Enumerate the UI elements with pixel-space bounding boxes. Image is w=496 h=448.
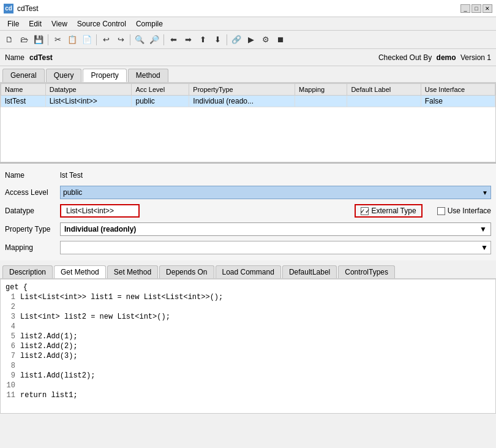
tb-search[interactable]: 🔎	[148, 33, 161, 47]
col-datatype: Datatype	[45, 84, 132, 96]
col-name: Name	[1, 84, 46, 96]
datatype-box[interactable]: List<List<int>>	[60, 204, 140, 218]
menu-compile[interactable]: Compile	[131, 18, 168, 29]
main-tabs: General Query Property Method	[0, 66, 496, 83]
col-default-label: Default Label	[347, 84, 421, 96]
tab-depends-on[interactable]: Depends On	[159, 265, 214, 278]
tb-open[interactable]: 🗁	[17, 33, 31, 47]
line-content-4	[20, 322, 493, 332]
name-value: cdTest	[29, 53, 374, 62]
tb-undo[interactable]: ↩	[99, 33, 113, 47]
property-type-arrow-icon: ▼	[479, 225, 487, 233]
tb-stop[interactable]: ⏹	[274, 33, 287, 47]
name-label: Name	[5, 53, 24, 62]
line-content-10	[20, 381, 493, 391]
tab-general[interactable]: General	[2, 69, 45, 82]
tb-left[interactable]: ⬅	[167, 33, 180, 47]
detail-property-type-row: Property Type Individual (readonly) ▼	[0, 220, 496, 238]
line-num-7: 7	[3, 352, 20, 362]
version-label: Version 1	[460, 53, 491, 62]
detail-datatype-row: Datatype List<List<int>> ✓ External Type…	[0, 202, 496, 220]
tab-load-command[interactable]: Load Command	[216, 265, 281, 278]
detail-mapping-label: Mapping	[5, 243, 60, 252]
tb-sep-1	[48, 34, 48, 45]
col-mapping: Mapping	[295, 84, 347, 96]
code-line-3: 3 List<int> list2 = new List<int>();	[3, 313, 493, 322]
detail-name-label: Name	[5, 171, 60, 180]
tab-get-method[interactable]: Get Method	[54, 265, 106, 278]
tab-description[interactable]: Description	[2, 265, 53, 278]
external-type-label: External Type	[371, 207, 416, 215]
tb-settings[interactable]: ⚙	[259, 33, 272, 47]
tb-cut[interactable]: ✂	[51, 33, 64, 47]
line-content-9: list1.Add(list2);	[20, 371, 493, 381]
code-line-8: 8	[3, 362, 493, 371]
detail-access-level-row: Access Level public ▼	[0, 183, 496, 202]
mapping-field[interactable]: ▼	[60, 241, 491, 254]
tab-query[interactable]: Query	[46, 69, 82, 82]
detail-datatype-label: Datatype	[5, 207, 60, 215]
menu-file[interactable]: File	[2, 18, 24, 29]
tb-save[interactable]: 💾	[32, 33, 45, 47]
access-level-field[interactable]: public ▼	[60, 186, 491, 199]
tb-copy[interactable]: 📋	[66, 33, 79, 47]
minimize-button[interactable]: _	[460, 4, 470, 13]
code-line-11: 11 return list1;	[3, 391, 493, 401]
tab-default-label[interactable]: DefaultLabel	[282, 265, 337, 278]
app-icon: cd	[4, 4, 13, 13]
property-table: Name Datatype Acc Level PropertyType Map…	[1, 83, 495, 107]
line-content-3: List<int> list2 = new List<int>();	[20, 313, 493, 322]
cell-default-label	[347, 96, 421, 107]
tb-find[interactable]: 🔍	[133, 33, 146, 47]
menu-edit[interactable]: Edit	[24, 18, 47, 29]
maximize-button[interactable]: □	[472, 4, 481, 13]
detail-property-type-label: Property Type	[5, 225, 60, 233]
close-button[interactable]: ✕	[483, 4, 492, 13]
use-interface-checkbox[interactable]	[437, 207, 445, 215]
access-level-dropdown[interactable]: public ▼	[60, 186, 491, 199]
line-num-3: 3	[3, 313, 20, 322]
mapping-dropdown[interactable]: ▼	[60, 241, 491, 254]
tb-link[interactable]: 🔗	[230, 33, 243, 47]
tab-method[interactable]: Method	[128, 69, 168, 82]
tb-down[interactable]: ⬇	[211, 33, 224, 47]
detail-name-value: lst Test	[60, 171, 491, 180]
detail-name-row: Name lst Test	[0, 167, 496, 183]
cell-property-type: Individual (reado...	[189, 96, 295, 107]
property-type-dropdown[interactable]: Individual (readonly) ▼	[60, 222, 491, 236]
tb-redo[interactable]: ↪	[114, 33, 127, 47]
property-type-value: Individual (readonly)	[64, 225, 136, 233]
line-content-2	[20, 303, 493, 313]
tb-sep-2	[96, 34, 97, 45]
cell-mapping	[295, 96, 347, 107]
property-type-field[interactable]: Individual (readonly) ▼	[60, 222, 491, 236]
menu-source-control[interactable]: Source Control	[72, 18, 131, 29]
col-property-type: PropertyType	[189, 84, 295, 96]
property-table-area: Name Datatype Acc Level PropertyType Map…	[0, 83, 496, 162]
tab-control-types[interactable]: ControlTypes	[338, 265, 395, 278]
name-bar: Name cdTest Checked Out By demo Version …	[0, 49, 496, 66]
toolbar: 🗋 🗁 💾 ✂ 📋 📄 ↩ ↪ 🔍 🔎 ⬅ ➡ ⬆ ⬇ 🔗 ▶ ⚙ ⏹	[0, 31, 496, 49]
code-line-9: 9 list1.Add(list2);	[3, 371, 493, 381]
code-line-2: 2	[3, 303, 493, 313]
code-line-7: 7 list2.Add(3);	[3, 352, 493, 362]
table-row[interactable]: lstTest List<List<int>> public Individua…	[1, 96, 495, 107]
tb-new[interactable]: 🗋	[2, 33, 16, 47]
line-content-6: list2.Add(2);	[20, 342, 493, 352]
tab-set-method[interactable]: Set Method	[107, 265, 158, 278]
tb-paste[interactable]: 📄	[80, 33, 94, 47]
tb-right[interactable]: ➡	[181, 33, 195, 47]
tab-property[interactable]: Property	[83, 69, 126, 82]
col-use-interface: Use Interface	[421, 84, 495, 96]
checked-out-label: Checked Out By demo Version 1	[378, 53, 491, 62]
tb-run[interactable]: ▶	[244, 33, 258, 47]
line-content-5: list2.Add(1);	[20, 332, 493, 342]
datatype-row-content: List<List<int>> ✓ External Type Use Inte…	[60, 204, 491, 218]
external-type-checkbox[interactable]: ✓	[361, 207, 369, 215]
code-header: get {	[3, 282, 493, 293]
cell-datatype: List<List<int>>	[45, 96, 132, 107]
menu-view[interactable]: View	[47, 18, 72, 29]
external-type-box: ✓ External Type	[355, 204, 422, 218]
line-num-11: 11	[3, 391, 20, 401]
tb-up[interactable]: ⬆	[196, 33, 209, 47]
